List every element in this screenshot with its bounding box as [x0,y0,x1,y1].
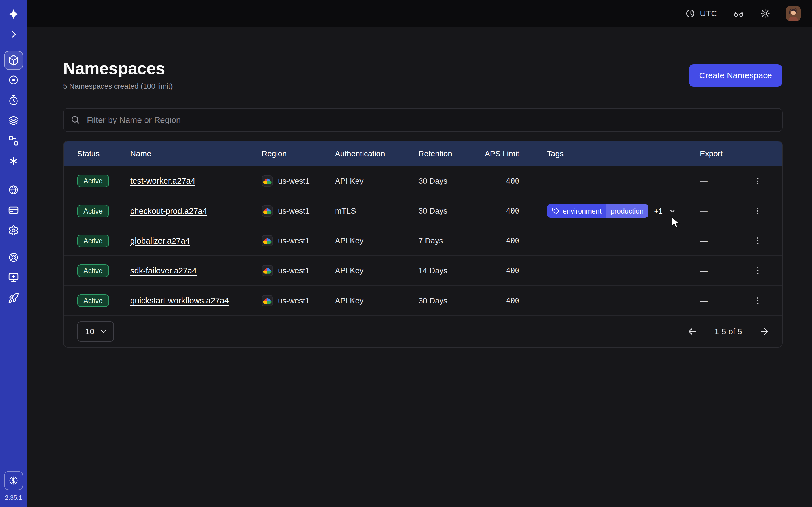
namespace-link[interactable]: globalizer.a27a4 [130,236,190,245]
column-header-actions [732,142,783,166]
prev-page-button[interactable] [687,326,698,337]
workflow-icon [8,135,19,147]
page-size-select[interactable]: 10 [77,321,114,342]
sidebar-item-namespaces[interactable] [4,51,23,70]
sidebar-item-support[interactable] [3,247,24,268]
sidebar-item-schedules[interactable] [3,90,24,110]
region-cell: us-west1 [248,196,321,226]
table-header-row: StatusNameRegionAuthenticationRetentionA… [64,142,783,166]
name-cell: globalizer.a27a4 [117,226,248,256]
export-value: — [700,266,708,275]
sidebar-item-getting-started[interactable] [3,268,24,288]
export-cell: — [686,166,732,196]
clock-icon [685,8,695,18]
sidebar-item-billing[interactable] [3,200,24,220]
retention-cell: 14 Days [405,256,467,286]
pagination-range: 1-5 of 5 [714,327,742,336]
sidebar-item-monitor[interactable] [3,70,24,90]
sidebar-item-onboarding[interactable] [3,288,24,308]
filter-input[interactable] [63,108,783,132]
status-cell: Active [64,166,117,196]
circle-dot-icon [8,74,19,86]
namespace-link[interactable]: checkout-prod.a27a4 [130,207,207,216]
column-header-aps_limit: APS Limit [467,142,534,166]
sidebar-item-settings[interactable] [3,220,24,240]
layers-icon [8,115,19,126]
sidebar: 2.35.1 [0,0,27,507]
export-value: — [700,296,708,305]
region-label: us-west1 [278,207,310,216]
temporal-logo-icon [3,4,24,24]
user-avatar[interactable] [786,6,801,21]
sidebar-expand-button[interactable] [3,24,24,45]
row-menu-button[interactable] [749,232,766,249]
column-header-status: Status [64,142,117,166]
row-menu-button[interactable] [749,292,766,309]
row-menu-button[interactable] [749,262,766,279]
create-namespace-button[interactable]: Create Namespace [689,64,782,87]
filter-container [63,108,783,132]
sidebar-usage-button[interactable] [4,471,23,490]
region-label: us-west1 [278,177,310,186]
name-cell: quickstart-workflows.a27a4 [117,286,248,316]
status-badge: Active [77,294,109,307]
export-value: — [700,207,708,215]
namespace-link[interactable]: test-worker.a27a4 [130,176,195,185]
actions-cell [732,286,783,316]
table-row: Activequickstart-workflows.a27a4us-west1… [64,286,783,316]
authentication-cell: API Key [321,256,405,286]
gear-icon [8,225,19,236]
tag-value: production [606,204,649,218]
sidebar-item-regions[interactable] [3,180,24,200]
app-window: 2.35.1 UTC Namespaces 5 Namespaces creat… [0,0,812,507]
theme-toggle-button[interactable] [760,8,770,18]
rocket-icon [8,292,19,304]
sidebar-item-deployments[interactable] [3,110,24,131]
table-row: Activecheckout-prod.a27a4us-west1mTLS30 … [64,196,783,226]
column-header-authentication: Authentication [321,142,405,166]
retention-cell: 7 Days [405,226,467,256]
arrow-left-icon [687,326,698,337]
export-value: — [700,177,708,185]
authentication-cell: API Key [321,226,405,256]
export-value: — [700,236,708,245]
docs-button[interactable] [733,8,744,19]
namespace-link[interactable]: sdk-failover.a27a4 [130,266,197,275]
box-icon [8,55,19,66]
asterisk-icon [8,156,19,167]
aps-limit-cell: 400 [467,226,534,256]
region-label: us-west1 [278,296,310,305]
namespace-link[interactable]: quickstart-workflows.a27a4 [130,296,229,305]
export-cell: — [686,196,732,226]
table-row: Activetest-worker.a27a4us-west1API Key30… [64,166,783,196]
sidebar-item-workflows[interactable] [3,131,24,151]
column-header-tags: Tags [534,142,686,166]
region-cell: us-west1 [248,226,321,256]
monitor-share-icon [8,272,19,283]
retention-cell: 30 Days [405,286,467,316]
sidebar-item-nexus[interactable] [3,151,24,171]
namespaces-table: StatusNameRegionAuthenticationRetentionA… [63,141,783,348]
column-header-name: Name [117,142,248,166]
region-cell: us-west1 [248,286,321,316]
row-menu-button[interactable] [749,173,766,189]
timezone-selector[interactable]: UTC [685,8,717,18]
tag-chip[interactable]: environmentproduction [547,204,649,218]
arrow-right-icon [759,326,770,337]
chevron-right-icon [8,29,18,40]
column-header-retention: Retention [405,142,467,166]
page-title: Namespaces [63,59,173,78]
next-page-button[interactable] [759,326,770,337]
status-badge: Active [77,205,109,217]
actions-cell [732,226,783,256]
export-cell: — [686,286,732,316]
row-menu-button[interactable] [749,203,766,219]
tags-expand-chevron-icon[interactable] [668,207,677,215]
status-badge: Active [77,235,109,247]
retention-cell: 30 Days [405,166,467,196]
timezone-label: UTC [700,9,717,18]
table-footer: 10 1-5 of 5 [64,316,782,347]
export-cell: — [686,226,732,256]
column-header-region: Region [248,142,321,166]
column-header-export: Export [686,142,732,166]
